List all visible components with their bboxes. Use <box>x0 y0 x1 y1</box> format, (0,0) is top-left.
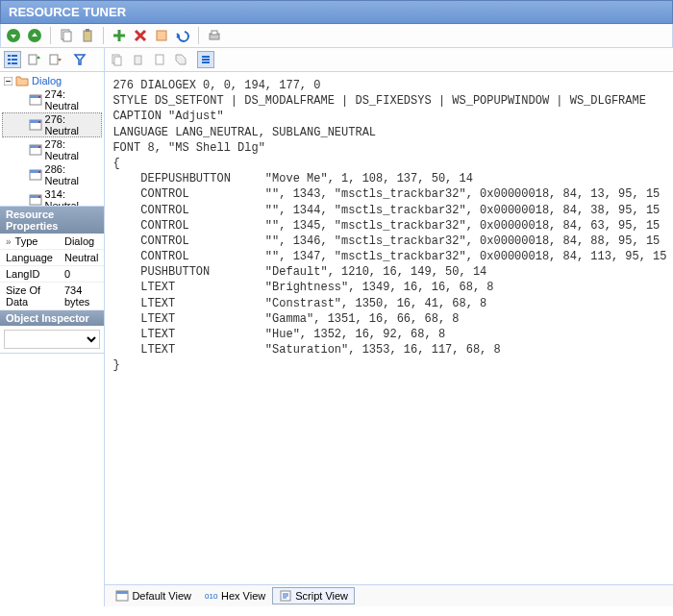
tree-item-label: 314: Neutral <box>45 188 101 207</box>
copy-icon[interactable] <box>58 27 75 44</box>
script-icon <box>279 590 292 602</box>
tree-item[interactable]: 286: Neutral <box>2 162 102 187</box>
svg-rect-11 <box>8 59 11 61</box>
property-value: 734 bytes <box>59 283 104 310</box>
tree-item-label: 278: Neutral <box>45 138 101 161</box>
folder-open-icon <box>15 75 29 86</box>
print-icon[interactable] <box>206 27 223 44</box>
copy-icon[interactable] <box>109 51 126 68</box>
view-tabs: Default View 010 Hex View Script View <box>105 584 673 606</box>
property-value: 0 <box>59 266 104 283</box>
tab-script-view[interactable]: Script View <box>272 587 355 604</box>
property-key: LangID <box>0 266 59 283</box>
tree-item-label: 276: Neutral <box>45 113 101 136</box>
svg-rect-21 <box>38 96 40 98</box>
svg-rect-14 <box>12 62 17 64</box>
resource-tree[interactable]: Dialog 274: Neutral276: Neutral278: Neut… <box>0 72 104 207</box>
refresh-icon[interactable] <box>25 51 42 68</box>
dialog-icon <box>29 119 42 131</box>
dialog-icon <box>29 144 42 156</box>
tree-item[interactable]: 276: Neutral <box>2 112 102 137</box>
left-toolbar <box>0 48 104 72</box>
paste-icon[interactable] <box>130 51 147 68</box>
tree-item[interactable]: 274: Neutral <box>2 87 102 112</box>
app-title: RESOURCE TUNER <box>9 5 126 19</box>
doc-icon[interactable] <box>151 51 168 68</box>
svg-rect-5 <box>86 29 89 32</box>
dialog-icon <box>29 194 42 206</box>
property-row: Size Of Data734 bytes <box>0 283 104 310</box>
svg-rect-13 <box>8 62 11 64</box>
tree-root-label: Dialog <box>32 75 62 86</box>
property-value: Dialog <box>59 234 104 250</box>
svg-rect-47 <box>114 57 121 65</box>
properties-table: TypeDialogLanguageNeutralLangID0Size Of … <box>0 234 104 310</box>
svg-rect-15 <box>29 55 37 64</box>
right-panel: 276 DIALOGEX 0, 0, 194, 177, 0 STYLE DS_… <box>105 48 673 606</box>
property-value: Neutral <box>59 250 104 266</box>
dialog-icon <box>29 169 42 181</box>
property-row: LangID0 <box>0 266 104 283</box>
right-toolbar <box>105 48 673 72</box>
tree-item-label: 274: Neutral <box>45 88 101 111</box>
tree-root-dialog[interactable]: Dialog <box>2 74 102 87</box>
tag-icon[interactable] <box>172 51 189 68</box>
hex-icon: 010 <box>205 590 218 602</box>
svg-rect-48 <box>135 56 141 64</box>
svg-rect-27 <box>38 146 40 148</box>
undo-icon[interactable] <box>174 27 191 44</box>
svg-rect-6 <box>157 31 166 40</box>
add-icon[interactable] <box>111 27 128 44</box>
export-icon[interactable] <box>46 51 63 68</box>
property-key: Type <box>0 234 59 250</box>
property-key: Size Of Data <box>0 283 59 310</box>
property-key: Language <box>0 250 59 266</box>
dialog-icon <box>29 94 42 106</box>
svg-text:010: 010 <box>205 592 218 601</box>
svg-rect-24 <box>38 121 40 123</box>
property-row: LanguageNeutral <box>0 250 104 266</box>
property-row: TypeDialog <box>0 234 104 250</box>
delete-icon[interactable] <box>132 27 149 44</box>
paste-icon[interactable] <box>79 27 96 44</box>
svg-rect-4 <box>84 31 91 41</box>
up-arrow-icon[interactable] <box>26 27 43 44</box>
inspector-select[interactable] <box>4 330 100 349</box>
tree-item-label: 286: Neutral <box>45 163 101 186</box>
svg-rect-3 <box>63 32 71 41</box>
edit-icon[interactable] <box>153 27 170 44</box>
main-toolbar <box>0 24 673 48</box>
svg-rect-49 <box>156 55 163 64</box>
list-icon[interactable] <box>4 51 21 68</box>
left-panel: Dialog 274: Neutral276: Neutral278: Neut… <box>0 48 105 606</box>
tab-hex-view[interactable]: 010 Hex View <box>198 587 272 604</box>
inspector-header: Object Inspector <box>0 310 104 326</box>
inspector-blank <box>0 354 104 606</box>
app-titlebar: RESOURCE TUNER <box>0 0 673 24</box>
svg-rect-10 <box>12 55 17 57</box>
svg-rect-54 <box>116 591 128 594</box>
dialog-icon <box>115 590 129 602</box>
filter-icon[interactable] <box>71 51 88 68</box>
down-arrow-icon[interactable] <box>5 27 22 44</box>
tree-item[interactable]: 278: Neutral <box>2 137 102 162</box>
collapse-icon[interactable] <box>4 77 12 86</box>
svg-rect-9 <box>8 55 11 57</box>
script-view-area[interactable]: 276 DIALOGEX 0, 0, 194, 177, 0 STYLE DS_… <box>105 72 673 584</box>
inspector-body <box>0 326 104 354</box>
svg-rect-12 <box>12 59 17 61</box>
svg-rect-33 <box>38 196 40 198</box>
lines-view-icon[interactable] <box>197 51 214 68</box>
tree-item[interactable]: 314: Neutral <box>2 187 102 207</box>
tab-default-view[interactable]: Default View <box>109 587 198 604</box>
properties-header: Resource Properties <box>0 207 104 234</box>
svg-rect-30 <box>38 171 40 173</box>
svg-rect-16 <box>50 55 58 64</box>
svg-rect-8 <box>212 31 217 35</box>
